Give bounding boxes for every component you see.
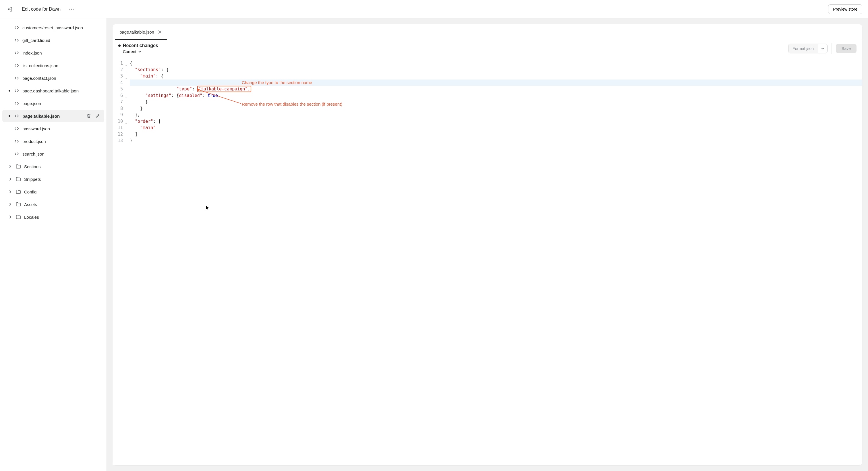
page-title: Edit code for Dawn <box>22 7 61 12</box>
line-number: 6⌄ <box>113 92 124 99</box>
toolbar-right: Format json Save <box>788 43 857 54</box>
sidebar-file-item[interactable]: list-collections.json <box>2 59 104 72</box>
exit-icon <box>7 6 12 12</box>
folder-icon <box>16 176 21 182</box>
sidebar-file-item[interactable]: customers/reset_password.json <box>2 21 104 34</box>
folder-label: Locales <box>24 215 101 220</box>
rename-file-button[interactable] <box>94 113 101 119</box>
line-number: 8 <box>113 105 124 112</box>
more-button[interactable] <box>67 5 75 13</box>
code-icon <box>14 75 20 81</box>
file-label: page.json <box>22 101 101 106</box>
code-line: "main": { <box>130 73 862 80</box>
sidebar[interactable]: customers/reset_password.jsongift_card.l… <box>0 19 107 471</box>
chevron-right-icon <box>8 202 12 207</box>
unsaved-dot-icon <box>118 44 121 47</box>
chevron-right-icon <box>8 189 12 194</box>
version-label: Current <box>123 50 136 54</box>
recent-changes-title: Recent changes <box>123 43 158 48</box>
main: customers/reset_password.jsongift_card.l… <box>0 19 868 471</box>
line-number: 9 <box>113 112 124 118</box>
file-label: index.json <box>22 51 101 55</box>
line-number: 1⌄ <box>113 60 124 67</box>
sidebar-file-item[interactable]: index.json <box>2 46 104 59</box>
sidebar-folder-item[interactable]: Assets <box>2 198 104 211</box>
code-line: }, <box>130 112 862 118</box>
version-select[interactable]: Current <box>123 50 158 54</box>
folder-icon <box>16 201 21 207</box>
file-label: page.dashboard.talkable.json <box>22 88 101 93</box>
line-number: 12 <box>113 131 124 138</box>
sidebar-file-item[interactable]: page.contact.json <box>2 72 104 84</box>
code-editor[interactable]: 1⌄2⌄3⌄456⌄78910⌄111213 { "sections": { "… <box>113 58 862 465</box>
file-label: page.contact.json <box>22 76 101 81</box>
delete-file-button[interactable] <box>85 113 92 119</box>
code-line: "sections": { <box>130 67 862 73</box>
sidebar-file-item[interactable]: product.json <box>2 135 104 148</box>
modified-dot-icon <box>9 90 10 92</box>
code-line: "settings": { <box>130 92 862 99</box>
file-list: customers/reset_password.jsongift_card.l… <box>0 21 106 160</box>
code-icon <box>14 113 20 119</box>
cursor-icon <box>206 205 210 211</box>
chevron-right-icon <box>8 164 12 169</box>
back-button[interactable] <box>6 5 14 13</box>
topbar: Edit code for Dawn Preview store <box>0 0 868 19</box>
sidebar-folder-item[interactable]: Config <box>2 185 104 198</box>
chevron-right-icon <box>8 177 12 181</box>
topbar-left: Edit code for Dawn <box>6 5 828 13</box>
folder-icon <box>16 164 21 169</box>
code-icon <box>14 50 20 56</box>
file-label: page.talkable.json <box>22 114 83 119</box>
sidebar-file-item[interactable]: page.talkable.json <box>2 109 104 122</box>
svg-point-1 <box>71 9 72 9</box>
preview-store-button[interactable]: Preview store <box>828 4 862 14</box>
toolbar-divider <box>832 43 832 54</box>
chevron-down-icon <box>821 47 824 50</box>
code-line: ] <box>130 131 862 138</box>
format-json-button[interactable]: Format json <box>788 44 818 53</box>
sidebar-folder-item[interactable]: Locales <box>2 211 104 223</box>
folder-label: Sections <box>24 164 101 169</box>
recent-title-row: Recent changes <box>118 43 158 48</box>
code-line-highlighted: "type": "talkable-campaign", Change the … <box>130 80 862 86</box>
line-number: 13 <box>113 137 124 144</box>
editor-toolbar: Recent changes Current Format json <box>113 40 862 58</box>
file-label: customers/reset_password.json <box>22 25 101 30</box>
code-icon <box>14 138 20 144</box>
line-number: 2⌄ <box>113 67 124 73</box>
save-button[interactable]: Save <box>836 44 857 53</box>
code-content[interactable]: { "sections": { "main": { "type": "talka… <box>125 58 862 465</box>
code-line: } <box>130 105 862 112</box>
svg-point-0 <box>69 9 70 9</box>
tab-close-button[interactable] <box>158 30 162 34</box>
code-icon <box>14 25 20 30</box>
sidebar-file-item[interactable]: password.json <box>2 122 104 135</box>
line-number: 11 <box>113 125 124 131</box>
gutter: 1⌄2⌄3⌄456⌄78910⌄111213 <box>113 58 125 465</box>
line-number: 5 <box>113 86 124 92</box>
format-dropdown-button[interactable] <box>818 44 827 53</box>
modified-dot-icon <box>9 115 10 117</box>
folder-icon <box>16 189 21 195</box>
code-line: { <box>130 60 862 67</box>
line-number: 4 <box>113 80 124 86</box>
sidebar-file-item[interactable]: gift_card.liquid <box>2 34 104 46</box>
sidebar-folder-item[interactable]: Snippets <box>2 173 104 185</box>
sidebar-file-item[interactable]: page.json <box>2 97 104 109</box>
sidebar-file-item[interactable]: page.dashboard.talkable.json <box>2 84 104 97</box>
tabs-row: page.talkable.json <box>113 24 862 40</box>
code-line: "order": [ <box>130 118 862 125</box>
sidebar-folder-item[interactable]: Sections <box>2 160 104 173</box>
file-label: gift_card.liquid <box>22 38 101 43</box>
tab-page-talkable[interactable]: page.talkable.json <box>115 24 167 40</box>
close-icon <box>158 30 161 34</box>
folder-icon <box>16 214 21 220</box>
chevron-down-icon <box>138 50 142 53</box>
code-line: "main" <box>130 125 862 131</box>
file-label: product.json <box>22 139 101 144</box>
folder-list: SectionsSnippetsConfigAssetsLocales <box>0 160 106 223</box>
sidebar-file-item[interactable]: search.json <box>2 148 104 160</box>
line-number: 7 <box>113 99 124 105</box>
code-line: } <box>130 137 862 144</box>
